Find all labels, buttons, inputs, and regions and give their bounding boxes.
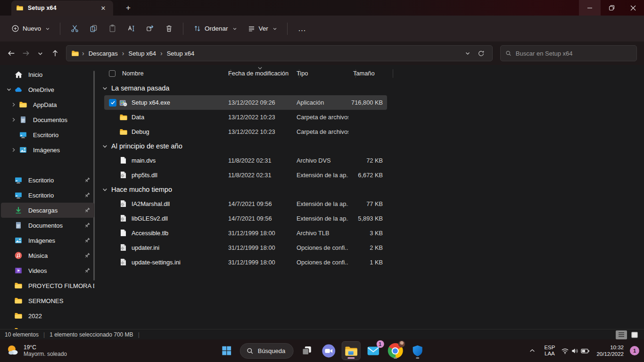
file-row[interactable]: IA2Marshal.dll14/7/2021 09:56Extensión d…	[104, 197, 387, 211]
chrome-button[interactable]	[386, 342, 404, 360]
minimize-button[interactable]	[579, 0, 601, 16]
close-button[interactable]	[622, 0, 644, 16]
explorer-tab[interactable]: Setup x64 ✕	[11, 0, 113, 16]
sidebar-item-appdata[interactable]: AppData	[1, 97, 94, 112]
new-button[interactable]: Nuevo	[7, 21, 55, 36]
file-row[interactable]: update-settings.ini31/12/1999 18:00Opcio…	[104, 255, 387, 270]
chevron-down-icon[interactable]	[102, 187, 108, 193]
file-row[interactable]: Accessible.tlb31/12/1999 18:00Archivo TL…	[104, 226, 387, 240]
task-view-button[interactable]	[297, 342, 315, 360]
file-row[interactable]: updater.ini31/12/1999 18:00Opciones de c…	[104, 240, 387, 255]
chevron-right-icon[interactable]	[8, 117, 19, 123]
delete-button[interactable]	[160, 20, 178, 37]
refresh-button[interactable]	[474, 47, 487, 60]
breadcrumb-item[interactable]: Setup x64	[125, 48, 159, 59]
sidebar-item-folder[interactable]	[1, 323, 94, 329]
sidebar-item-descargas[interactable]: Descargas	[1, 203, 94, 218]
sidebar-item-sermones[interactable]: SERMONES	[1, 293, 94, 308]
breadcrumb-item[interactable]: Descargas	[85, 48, 121, 59]
sidebar-item-proyecto-filmora-disc[interactable]: PROYECTO FILMORA DISC	[1, 278, 94, 293]
search-icon	[247, 347, 254, 354]
file-date: 14/7/2021 09:56	[223, 215, 292, 222]
up-button[interactable]	[48, 46, 62, 61]
view-button[interactable]: Ver	[243, 21, 282, 36]
ini-icon	[119, 244, 127, 252]
location-folder-icon	[71, 49, 79, 58]
clock[interactable]: 10:32 20/12/2022	[596, 344, 624, 357]
windows-security-button[interactable]	[408, 342, 426, 360]
zoom-app-button[interactable]	[320, 342, 338, 360]
tray-overflow-button[interactable]	[526, 342, 538, 360]
select-all-checkbox[interactable]	[109, 70, 116, 77]
column-header-date[interactable]: Fecha de modificación	[223, 66, 292, 81]
sidebar-item-onedrive[interactable]: OneDrive	[1, 82, 94, 97]
sidebar-item-videos[interactable]: Videos	[1, 263, 94, 278]
file-row[interactable]: Setup x64.exe13/12/2022 09:26Aplicación7…	[104, 95, 387, 110]
file-explorer-button[interactable]	[342, 342, 360, 360]
chevron-right-icon[interactable]	[8, 102, 19, 107]
sidebar-item-escritorio[interactable]: Escritorio	[1, 173, 94, 188]
row-checkbox	[109, 244, 116, 252]
chrome-profile-avatar	[398, 340, 405, 347]
file-name: update-settings.ini	[132, 259, 181, 266]
cut-button[interactable]	[66, 20, 83, 37]
address-bar[interactable]: ›Descargas›Setup x64›Setup x64	[66, 45, 493, 61]
paste-button[interactable]	[103, 20, 121, 37]
breadcrumb-item[interactable]: Setup x64	[164, 48, 198, 59]
sort-button[interactable]: Ordenar	[189, 21, 242, 36]
large-icons-view-button[interactable]	[629, 330, 640, 339]
sidebar-item-label: Escritorio	[28, 192, 83, 199]
rename-button[interactable]	[122, 20, 140, 37]
column-header-type[interactable]: Tipo	[292, 66, 348, 81]
column-header-size[interactable]: Tamaño	[348, 66, 386, 81]
column-header-name[interactable]: Nombre	[104, 66, 223, 81]
forward-button[interactable]	[18, 46, 33, 61]
sidebar-item-label: Música	[28, 252, 83, 259]
language-indicator[interactable]: ESP LAA	[544, 345, 555, 357]
weather-widget[interactable]: 19°C Mayorm. soleado	[6, 344, 67, 358]
sidebar-item-m-sica[interactable]: Música	[1, 248, 94, 263]
more-options-button[interactable]: ...	[293, 22, 312, 36]
group-header[interactable]: Hace mucho tiempo	[98, 182, 644, 197]
file-size: 77 KB	[348, 200, 386, 207]
file-date: 31/12/1999 18:00	[223, 259, 292, 266]
address-row: ›Descargas›Setup x64›Setup x64	[0, 41, 644, 65]
file-row[interactable]: main.dvs11/8/2022 02:31Archivo DVS72 KB	[104, 153, 387, 168]
new-tab-button[interactable]: +	[122, 2, 135, 14]
sidebar-item-2022[interactable]: 2022	[1, 308, 94, 323]
start-button[interactable]	[218, 342, 236, 360]
taskbar-search[interactable]: Búsqueda	[240, 343, 294, 359]
tab-close-button[interactable]: ✕	[98, 3, 108, 13]
address-dropdown-icon[interactable]	[461, 47, 474, 60]
file-row[interactable]: php5ts.dll11/8/2022 02:31Extensión de la…	[104, 168, 387, 182]
system-tray[interactable]	[561, 346, 590, 355]
share-button[interactable]	[141, 20, 159, 37]
search-input[interactable]	[516, 50, 632, 57]
sidebar-item-inicio[interactable]: Inicio	[1, 67, 94, 82]
sidebar-item-escritorio[interactable]: Escritorio	[1, 188, 94, 203]
search-box[interactable]	[500, 45, 637, 61]
sidebar-item-documentos[interactable]: Documentos	[1, 218, 94, 233]
notification-badge[interactable]: 1	[630, 346, 639, 355]
sidebar-item-im-genes[interactable]: Imágenes	[1, 233, 94, 248]
file-row[interactable]: Debug13/12/2022 10:23Carpeta de archivos	[104, 124, 387, 139]
sidebar-item-label: PROYECTO FILMORA DISC	[28, 282, 94, 289]
file-row[interactable]: Data13/12/2022 10:23Carpeta de archivos	[104, 110, 387, 124]
group-header[interactable]: Al principio de este año	[98, 139, 644, 153]
group-header[interactable]: La semana pasada	[98, 81, 644, 95]
chevron-down-icon[interactable]	[4, 87, 14, 92]
recent-locations-button[interactable]	[33, 46, 48, 61]
restore-button[interactable]	[601, 0, 622, 16]
copy-button[interactable]	[84, 20, 102, 37]
back-button[interactable]	[4, 46, 18, 61]
chevron-right-icon[interactable]	[8, 147, 19, 153]
sidebar-item-im-genes[interactable]: Imágenes	[1, 142, 94, 157]
mail-app-button[interactable]: 1	[364, 342, 382, 360]
chevron-down-icon[interactable]	[102, 85, 108, 91]
row-checkbox[interactable]	[109, 99, 116, 107]
file-row[interactable]: libGLESv2.dll14/7/2021 09:56Extensión de…	[104, 211, 387, 226]
sidebar-item-escritorio[interactable]: Escritorio	[1, 127, 94, 142]
details-view-button[interactable]	[616, 330, 627, 339]
sidebar-item-documentos[interactable]: Documentos	[1, 112, 94, 127]
chevron-down-icon[interactable]	[102, 143, 108, 149]
